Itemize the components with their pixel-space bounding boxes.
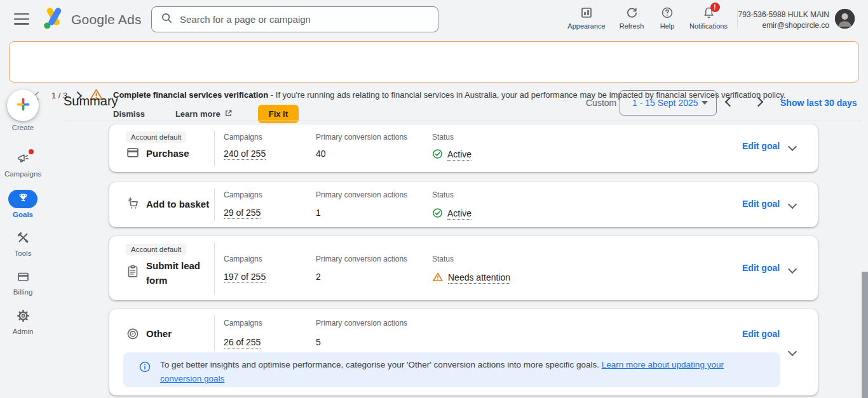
primary-actions-value: 2 [316, 272, 321, 282]
info-text: To get better insights and optimise perf… [160, 360, 599, 369]
column-header-campaigns: Campaigns [224, 190, 262, 199]
dropdown-caret-icon [702, 101, 708, 105]
notification-dot [29, 149, 34, 154]
target-icon [126, 327, 140, 343]
purchase-icon [126, 146, 140, 162]
scrollbar-thumb[interactable] [862, 272, 868, 398]
refresh-icon [626, 6, 638, 20]
date-next-button[interactable] [755, 96, 762, 108]
date-range-type-label: Custom [586, 98, 616, 108]
campaigns-value[interactable]: 240 of 255 [224, 149, 266, 160]
alert-banner: 1 / 3 Complete financial services verifi… [9, 41, 859, 83]
primary-actions-value: 1 [316, 208, 321, 218]
sidebar-item-tools[interactable]: Tools [0, 231, 46, 257]
column-header-campaigns: Campaigns [224, 255, 262, 263]
edit-goal-link[interactable]: Edit goal [742, 199, 780, 209]
search-icon [161, 12, 173, 27]
date-prev-button[interactable] [726, 96, 733, 108]
goal-name: Submit lead form [146, 259, 217, 288]
campaigns-value[interactable]: 197 of 255 [224, 272, 266, 283]
status-value[interactable]: Needs attention [448, 272, 510, 284]
refresh-button[interactable]: Refresh [611, 4, 652, 34]
show-last-30-days-link[interactable]: Show last 30 days [780, 98, 857, 108]
warning-triangle-icon [432, 272, 444, 284]
campaigns-value[interactable]: 26 of 255 [224, 337, 261, 348]
expand-chevron-icon[interactable] [789, 263, 796, 275]
column-header-status: Status [432, 133, 454, 142]
account-email: emir@shopcircle.co [738, 20, 829, 31]
column-header-primary: Primary conversion actions [316, 133, 407, 142]
megaphone-icon [16, 151, 31, 165]
header-divider [64, 121, 863, 121]
hamburger-menu-icon[interactable] [14, 13, 29, 25]
expand-chevron-icon[interactable] [789, 141, 796, 152]
account-info[interactable]: 793-536-5988 HULK MAIN emir@shopcircle.c… [738, 10, 829, 32]
goal-card-add-to-basket: Add to basket Campaigns 29 of 255 Primar… [109, 182, 818, 227]
notification-badge: ! [710, 3, 720, 12]
appearance-icon [580, 6, 593, 20]
primary-actions-value: 40 [316, 149, 326, 159]
status-value[interactable]: Active [447, 208, 471, 220]
column-header-campaigns: Campaigns [224, 133, 262, 142]
google-ads-logo[interactable]: Google Ads [42, 7, 142, 32]
goal-card-submit-lead-form: Account default Submit lead form Campaig… [109, 236, 818, 300]
search-box[interactable] [151, 6, 438, 32]
gear-icon [17, 309, 30, 323]
date-range-value: 1 - 15 Sept 2025 [632, 98, 698, 108]
basket-icon [126, 197, 140, 214]
page-title: Summary [64, 94, 118, 109]
account-default-badge: Account default [126, 244, 186, 255]
goal-name: Purchase [146, 148, 189, 159]
top-bar: Google Ads Appearance [0, 0, 868, 38]
expand-chevron-icon[interactable] [789, 346, 796, 357]
sidebar-item-admin[interactable]: Admin [0, 309, 46, 335]
tools-icon [17, 231, 30, 245]
trophy-icon [17, 192, 29, 206]
column-header-primary: Primary conversion actions [316, 190, 407, 199]
edit-goal-link[interactable]: Edit goal [742, 263, 780, 273]
check-circle-icon [432, 208, 443, 220]
search-input[interactable] [180, 14, 429, 25]
column-header-status: Status [432, 255, 454, 263]
create-button[interactable]: Create [0, 90, 46, 131]
goals-selected-pill [8, 190, 37, 208]
notifications-button[interactable]: ! Notifications [682, 4, 735, 34]
goal-card-other: Other Campaigns 26 of 255 Primary conver… [109, 309, 818, 395]
alert-title: Complete financial services verification [113, 90, 268, 100]
expand-chevron-icon[interactable] [789, 199, 796, 210]
sidebar-item-billing[interactable]: Billing [0, 270, 46, 296]
status-value[interactable]: Active [447, 149, 471, 161]
sidebar-item-goals[interactable]: Goals [0, 190, 46, 218]
account-default-badge: Account default [126, 131, 186, 143]
appearance-button[interactable]: Appearance [562, 4, 611, 34]
column-header-primary: Primary conversion actions [316, 319, 407, 328]
goal-name: Add to basket [146, 199, 209, 209]
goal-card-purchase: Account default Purchase Campaigns 240 o… [109, 124, 818, 172]
google-ads-logo-icon [42, 7, 66, 32]
info-banner: To get better insights and optimise perf… [123, 352, 780, 387]
column-header-primary: Primary conversion actions [316, 255, 407, 263]
lead-form-icon [126, 264, 140, 281]
date-range-dropdown[interactable]: 1 - 15 Sept 2025 [620, 90, 717, 116]
plus-icon [15, 96, 31, 115]
check-circle-icon [432, 149, 443, 161]
goal-name: Other [146, 328, 172, 339]
primary-actions-value: 5 [316, 337, 321, 347]
avatar[interactable] [835, 9, 855, 29]
info-icon [139, 361, 151, 376]
external-link-icon [224, 109, 233, 119]
edit-goal-link[interactable]: Edit goal [742, 141, 780, 151]
billing-card-icon [17, 270, 30, 284]
account-id: 793-536-5988 HULK MAIN [738, 10, 829, 20]
campaigns-value[interactable]: 29 of 255 [224, 208, 261, 219]
edit-goal-link[interactable]: Edit goal [742, 329, 780, 339]
column-header-status: Status [432, 190, 454, 199]
column-header-campaigns: Campaigns [224, 319, 262, 328]
sidebar-item-campaigns[interactable]: Campaigns [0, 151, 46, 178]
bell-icon: ! [702, 6, 715, 20]
product-name: Google Ads [71, 12, 142, 27]
help-icon [661, 6, 674, 20]
help-button[interactable]: Help [652, 4, 682, 34]
